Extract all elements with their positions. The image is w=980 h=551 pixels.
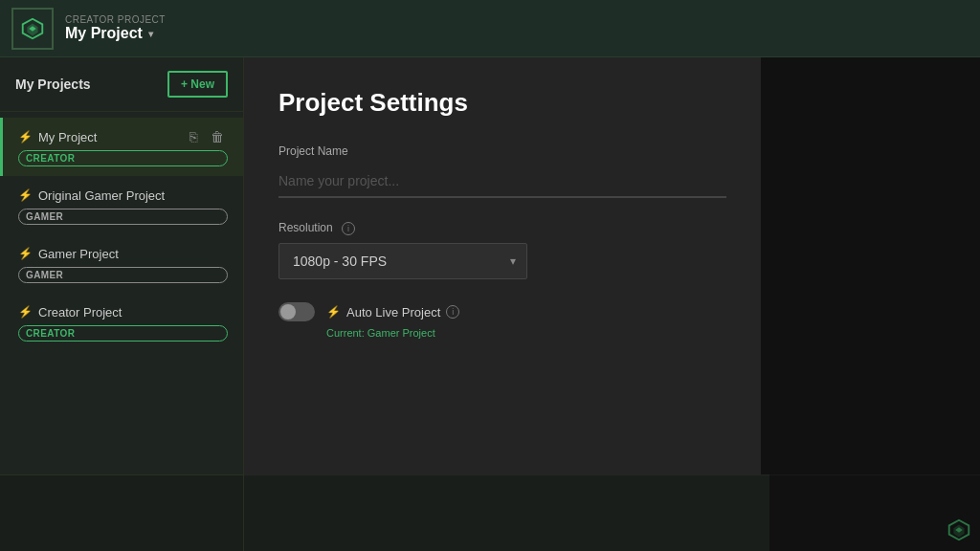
- sidebar-header: My Projects + New: [0, 57, 243, 112]
- project-name-group: Project Name: [278, 144, 726, 198]
- delete-button-gamer[interactable]: 🗑: [207, 244, 228, 263]
- topbar-project-name-text: My Project: [65, 25, 143, 42]
- project-name-label: ⚡ My Project: [18, 130, 97, 144]
- project-list: ⚡ My Project ⎘ 🗑 CREATOR ⚡ Original Game…: [0, 112, 243, 474]
- main-layout: My Projects + New ⚡ My Project ⎘ 🗑 CREAT…: [0, 57, 980, 474]
- topbar-project-selector[interactable]: My Project ▾: [65, 25, 166, 42]
- copy-button-original-gamer[interactable]: ⎘: [186, 186, 201, 205]
- resolution-select[interactable]: 1080p - 30 FPS 1080p - 60 FPS 720p - 30 …: [278, 243, 527, 279]
- delete-button-my-project[interactable]: 🗑: [207, 127, 228, 146]
- delete-button-original-gamer[interactable]: 🗑: [207, 186, 228, 205]
- content-area: Project Settings Project Name Resolution…: [244, 57, 980, 474]
- resolution-label: Resolution i: [278, 221, 726, 235]
- badge-gamer-gamer: GAMER: [18, 267, 228, 283]
- project-name-label: Project Name: [278, 144, 726, 158]
- sidebar-title: My Projects: [15, 77, 91, 92]
- resolution-info-icon: i: [342, 222, 355, 235]
- project-name-gamer: ⚡ Gamer Project: [18, 247, 119, 261]
- topbar: CREATOR PROJECT My Project ▾: [0, 0, 980, 57]
- topbar-project-info: CREATOR PROJECT My Project ▾: [65, 14, 166, 42]
- bolt-icon-original-gamer: ⚡: [18, 188, 33, 202]
- project-item-top-2: ⚡ Original Gamer Project ⎘ 🗑: [18, 186, 228, 205]
- project-item-top: ⚡ My Project ⎘ 🗑: [18, 127, 228, 146]
- bottom-sidebar-area: [0, 474, 244, 551]
- current-project-label: Current: Gamer Project: [326, 327, 726, 339]
- settings-title: Project Settings: [278, 88, 726, 118]
- auto-live-label: ⚡ Auto Live Project i: [326, 305, 459, 320]
- topbar-app-label: CREATOR PROJECT: [65, 14, 166, 25]
- copy-button-my-project[interactable]: ⎘: [186, 127, 201, 146]
- current-project-value: Gamer Project: [368, 327, 435, 339]
- bottom-logo-icon: [946, 517, 972, 543]
- copy-button-creator[interactable]: ⎘: [186, 302, 201, 321]
- resolution-group: Resolution i 1080p - 30 FPS 1080p - 60 F…: [278, 221, 726, 279]
- project-actions-my-project: ⎘ 🗑: [186, 127, 228, 146]
- project-item-gamer[interactable]: ⚡ Gamer Project ⎘ 🗑 GAMER: [0, 234, 243, 293]
- topbar-dropdown-arrow: ▾: [148, 29, 153, 39]
- project-name-original-gamer: ⚡ Original Gamer Project: [18, 188, 165, 203]
- bottom-content-area: [244, 474, 769, 551]
- bolt-icon-auto-live: ⚡: [326, 305, 341, 319]
- auto-live-toggle[interactable]: [278, 302, 315, 321]
- new-project-button[interactable]: + New: [167, 71, 228, 98]
- bottom-right-area: [769, 474, 980, 551]
- delete-button-creator[interactable]: 🗑: [207, 302, 228, 321]
- project-item-my-project[interactable]: ⚡ My Project ⎘ 🗑 CREATOR: [0, 118, 243, 176]
- auto-live-group: ⚡ Auto Live Project i Current: Gamer Pro…: [278, 302, 726, 339]
- settings-panel: Project Settings Project Name Resolution…: [244, 57, 761, 474]
- project-item-top-4: ⚡ Creator Project ⎘ 🗑: [18, 302, 228, 321]
- project-item-creator[interactable]: ⚡ Creator Project ⎘ 🗑 CREATOR: [0, 293, 243, 351]
- bolt-icon-my-project: ⚡: [18, 130, 33, 143]
- sidebar: My Projects + New ⚡ My Project ⎘ 🗑 CREAT…: [0, 57, 244, 474]
- dark-area: [761, 57, 980, 474]
- toggle-row: ⚡ Auto Live Project i: [278, 302, 726, 321]
- badge-gamer-original-gamer: GAMER: [18, 209, 228, 225]
- badge-creator-my-project: CREATOR: [18, 150, 228, 166]
- auto-live-info-icon: i: [446, 305, 459, 319]
- copy-button-gamer[interactable]: ⎘: [186, 244, 201, 263]
- resolution-select-wrapper: 1080p - 30 FPS 1080p - 60 FPS 720p - 30 …: [278, 243, 527, 279]
- bottom-area: [0, 474, 980, 551]
- project-item-original-gamer[interactable]: ⚡ Original Gamer Project ⎘ 🗑 GAMER: [0, 176, 243, 234]
- bolt-icon-gamer: ⚡: [18, 247, 33, 260]
- toggle-knob: [280, 304, 296, 320]
- project-name-input[interactable]: [278, 165, 726, 198]
- bolt-icon-creator: ⚡: [18, 305, 33, 319]
- badge-creator-creator: CREATOR: [18, 325, 228, 342]
- project-item-top-3: ⚡ Gamer Project ⎘ 🗑: [18, 244, 228, 263]
- project-name-creator: ⚡ Creator Project: [18, 305, 122, 320]
- app-logo: [11, 8, 54, 50]
